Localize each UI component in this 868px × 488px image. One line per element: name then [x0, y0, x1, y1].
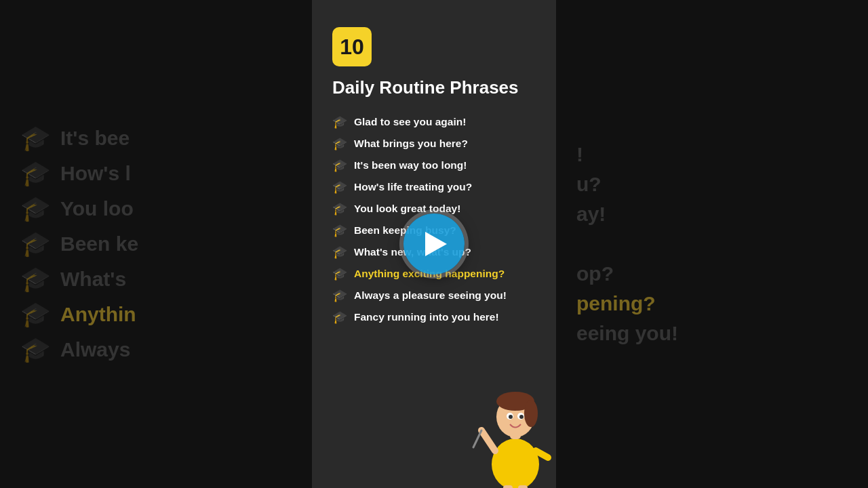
phrase-text-9: Always a pleasure seeing you!	[354, 289, 507, 302]
bg-left-item-1: 🎓 It's bee	[20, 124, 292, 152]
play-icon	[425, 232, 447, 256]
svg-point-0	[492, 439, 539, 488]
main-title: Daily Routine Phrases	[332, 77, 536, 98]
graduation-cap-icon-3: 🎓	[332, 158, 347, 173]
cap-icon: 🎓	[20, 265, 51, 293]
phrase-text-1: Glad to see you again!	[354, 115, 466, 129]
bg-left-item-4: 🎓 Been ke	[20, 230, 292, 258]
bg-left-item-7: 🎓 Always	[20, 336, 292, 364]
cap-icon: 🎓	[20, 230, 51, 258]
graduation-cap-icon-10: 🎓	[332, 310, 347, 325]
svg-rect-12	[503, 485, 513, 488]
left-background-panel: 🎓 It's bee 🎓 How's l 🎓 You loo 🎓 Been ke…	[0, 0, 312, 488]
bg-right-item-3: ay!	[576, 203, 848, 226]
svg-point-7	[509, 415, 513, 419]
bg-right-item-4	[576, 232, 848, 256]
bg-left-item-5: 🎓 What's	[20, 265, 292, 293]
phrase-text-4: How's life treating you?	[354, 180, 472, 194]
svg-point-8	[519, 415, 524, 419]
graduation-cap-icon-5: 🎓	[332, 201, 347, 216]
right-background-panel: ! u? ay! op? pening? eeing you!	[556, 0, 868, 488]
phrase-item-1: 🎓 Glad to see you again!	[332, 115, 536, 129]
phrase-text-10: Fancy running into you here!	[354, 310, 499, 324]
play-button-overlay[interactable]	[403, 214, 465, 274]
phrase-item-10: 🎓 Fancy running into you here!	[332, 310, 536, 325]
bg-right-item-2: u?	[576, 173, 848, 196]
graduation-cap-icon-1: 🎓	[332, 115, 347, 129]
svg-rect-13	[518, 485, 528, 488]
bg-right-item-7: eeing you!	[576, 322, 848, 345]
bg-right-item-5: op?	[576, 262, 848, 285]
bg-right-item-6: pening?	[576, 292, 848, 315]
cap-icon: 🎓	[20, 124, 51, 152]
graduation-cap-icon-9: 🎓	[332, 288, 347, 303]
play-button[interactable]	[403, 214, 465, 274]
teacher-character-svg	[468, 352, 563, 488]
cap-icon: 🎓	[20, 300, 51, 329]
svg-line-9	[481, 430, 495, 451]
bg-left-item-6: 🎓 Anythin	[20, 300, 292, 329]
phrase-item-3: 🎓 It's been way too long!	[332, 158, 536, 173]
character-illustration	[468, 352, 563, 488]
phrase-text-3: It's been way too long!	[354, 159, 467, 172]
graduation-cap-icon-4: 🎓	[332, 180, 347, 195]
svg-line-10	[473, 430, 481, 447]
bg-left-item-3: 🎓 You loo	[20, 195, 292, 223]
graduation-cap-icon-7: 🎓	[332, 245, 347, 260]
phrase-text-2: What brings you here?	[354, 137, 468, 150]
graduation-cap-icon-2: 🎓	[332, 136, 347, 151]
phrase-item-4: 🎓 How's life treating you?	[332, 180, 536, 195]
cap-icon: 🎓	[20, 336, 51, 364]
svg-point-4	[524, 400, 538, 427]
cap-icon: 🎓	[20, 195, 51, 223]
graduation-cap-icon-8: 🎓	[332, 266, 347, 281]
graduation-cap-icon-6: 🎓	[332, 223, 347, 238]
bg-left-item-2: 🎓 How's l	[20, 159, 292, 188]
phrase-item-9: 🎓 Always a pleasure seeing you!	[332, 288, 536, 303]
bg-right-item-1: !	[576, 143, 848, 166]
cap-icon: 🎓	[20, 159, 51, 188]
number-badge: 10	[332, 27, 372, 66]
phrase-item-2: 🎓 What brings you here?	[332, 136, 536, 151]
